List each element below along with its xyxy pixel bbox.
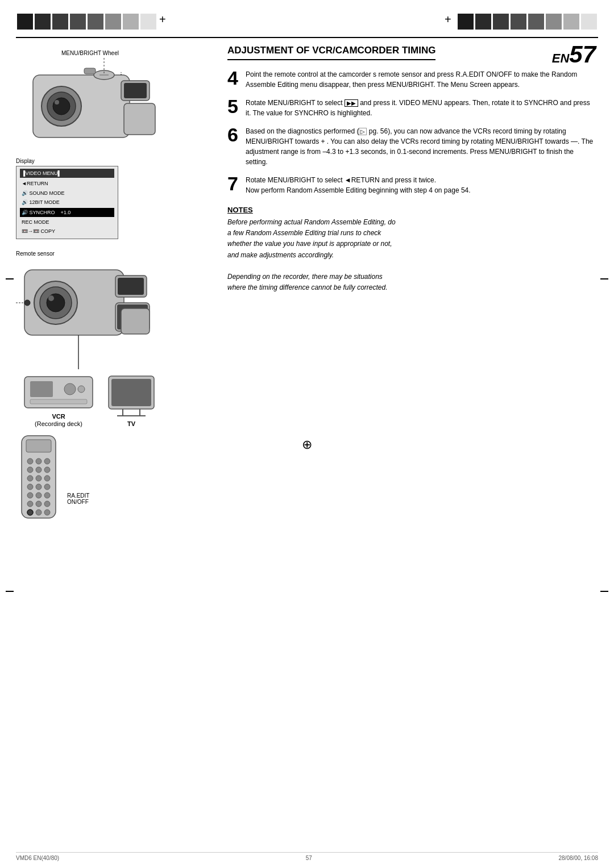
camcorder-top-area: MENU/BRIGHT Wheel [16,50,232,153]
step-4: 4 Point the remote control at the camcor… [227,69,597,90]
camcorder-bottom-svg [16,258,169,372]
svg-point-48 [27,484,33,490]
12bit-mode-row: 🔊 12BIT MODE [20,198,114,207]
cal-block-6 [105,14,121,30]
vcr-sublabel: (Recording deck) [22,420,96,427]
svg-point-49 [36,484,42,490]
svg-point-59 [44,510,50,515]
section-title-area: ADJUSTMENT OF VCR/CAMCORDER TIMING [227,44,597,60]
svg-rect-6 [124,83,147,98]
svg-point-4 [55,100,59,105]
footer-center: 57 [306,855,312,861]
tv-label: TV [106,420,157,427]
step-7-number: 7 [227,175,242,195]
notes-section: NOTES Before performing actual Random As… [227,206,597,293]
footer-right: 28/08/00, 16:08 [558,855,598,861]
section-title: ADJUSTMENT OF VCR/CAMCORDER TIMING [227,44,435,60]
calibration-bar [0,10,614,33]
svg-rect-12 [84,68,96,74]
svg-point-22 [24,300,30,306]
step-5-text: Rotate MENU/BRIGHT to select ▶▶ and pres… [246,98,597,118]
top-rule [16,37,598,38]
step5-icon: ▶▶ [345,99,358,107]
left-column: MENU/BRIGHT Wheel Displa [16,44,232,868]
svg-rect-31 [30,399,87,404]
vcr-label: VCR [22,412,96,420]
step-6-text: Based on the diagnostics performed (▷ pg… [246,126,597,167]
vcr-area: VCR (Recording deck) [22,365,96,427]
svg-point-56 [44,501,50,507]
cal-block-8 [140,14,156,30]
svg-point-39 [27,458,33,464]
svg-point-50 [44,484,50,490]
vcr-tv-area: VCR (Recording deck) TV [22,365,232,427]
step-7-text: Rotate MENU/BRIGHT to select ◄RETURN and… [246,175,471,195]
display-label: Display [16,158,232,164]
copy-row: 📼→📼 COPY [20,227,114,236]
svg-point-46 [36,475,42,481]
cal-block-3 [52,14,68,30]
ra-edit-label: RA.EDIT [67,493,89,499]
svg-point-43 [36,467,42,473]
tv-svg [106,373,157,419]
cal-block-r3 [493,14,509,30]
right-column: ADJUSTMENT OF VCR/CAMCORDER TIMING 4 Poi… [227,44,597,293]
step6-pg-ref: ▷ [359,128,367,135]
step-6-number: 6 [227,126,242,167]
sound-mode-row: 🔊 SOUND MODE [20,189,114,198]
svg-point-55 [36,501,42,507]
cal-block-4 [70,14,86,30]
svg-point-17 [48,295,54,301]
steps-container: 4 Point the remote control at the camcor… [227,69,597,195]
svg-point-41 [44,458,50,464]
svg-rect-38 [26,440,51,452]
tv-area: TV [106,373,157,427]
camcorder-top-svg [16,58,164,152]
step-5: 5 Rotate MENU/BRIGHT to select ▶▶ and pr… [227,98,597,118]
svg-point-60 [27,510,33,515]
remote-sensor-label: Remote sensor [16,251,232,257]
menu-header-row: ▐VIDEO MENU▌ [20,169,114,178]
svg-rect-28 [30,381,53,397]
svg-point-30 [78,386,85,393]
svg-point-44 [44,467,50,473]
cal-block-5 [88,14,103,30]
notes-text: Before performing actual Random Assemble… [227,217,597,293]
svg-point-40 [36,458,42,464]
reg-mark-left [158,15,171,28]
rec-mode-row: REC MODE [20,218,114,227]
cal-block-2 [35,14,51,30]
step-4-number: 4 [227,69,242,90]
svg-point-47 [44,475,50,481]
svg-point-52 [36,493,42,498]
reg-mark-right [443,15,456,28]
notes-label: NOTES [227,206,597,214]
crop-mark-right-mid [600,278,608,279]
cal-block-1 [17,14,33,30]
remote-sensor-area: Remote sensor [16,251,232,374]
cal-block-r4 [511,14,526,30]
svg-point-45 [27,475,33,481]
menu-bright-label: MENU/BRIGHT Wheel [61,50,232,56]
step-6: 6 Based on the diagnostics performed (▷ … [227,126,597,167]
cal-block-r7 [563,14,579,30]
left-cal-strip [17,14,171,30]
svg-rect-19 [118,278,144,295]
cal-block-r6 [546,14,562,30]
display-screen: ▐VIDEO MENU▌ ◄RETURN 🔊 SOUND MODE 🔊 12BI… [16,166,118,239]
footer: VMD6 EN(40/80) 57 28/08/00, 16:08 [16,852,598,861]
ra-edit-label-area: RA.EDIT ON/OFF [67,493,89,505]
right-cal-strip [443,14,597,30]
svg-rect-24 [121,308,150,334]
svg-point-3 [53,98,70,115]
synchro-row: 🔊 SYNCHRO +1.0 [20,208,114,217]
svg-point-58 [36,510,42,515]
remote-area: RA.EDIT ON/OFF [16,433,232,524]
cal-block-r8 [581,14,597,30]
return-row: ◄RETURN [20,179,114,188]
svg-point-54 [27,501,33,507]
svg-rect-33 [111,379,151,406]
crop-mark-left-mid [6,278,14,279]
cal-block-r2 [475,14,491,30]
svg-point-29 [64,383,76,395]
